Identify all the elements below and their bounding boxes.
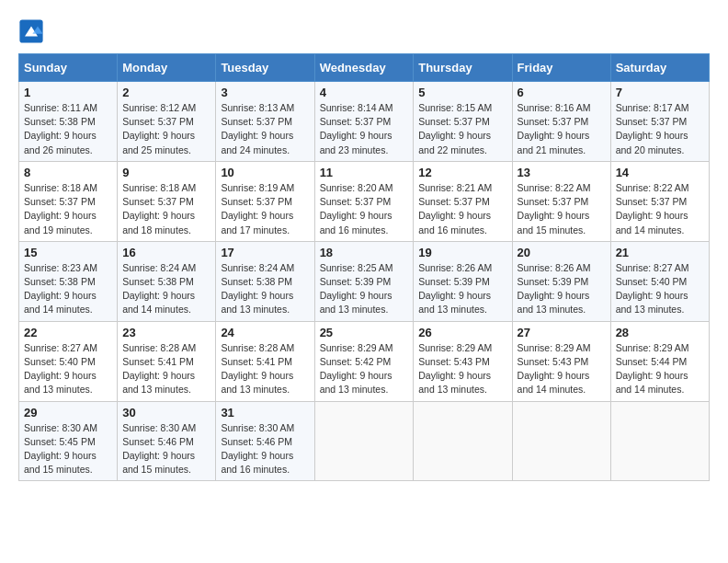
day-cell: 18 Sunrise: 8:25 AMSunset: 5:39 PMDaylig… <box>314 241 414 321</box>
day-info: Sunrise: 8:30 AMSunset: 5:45 PMDaylight:… <box>24 421 112 477</box>
day-number: 7 <box>616 86 704 99</box>
day-number: 2 <box>122 86 210 99</box>
col-header-saturday: Saturday <box>610 54 709 82</box>
day-cell: 7 Sunrise: 8:17 AMSunset: 5:37 PMDayligh… <box>610 82 709 162</box>
day-cell: 14 Sunrise: 8:22 AMSunset: 5:37 PMDaylig… <box>610 161 709 241</box>
day-info: Sunrise: 8:17 AMSunset: 5:37 PMDaylight:… <box>616 101 704 157</box>
day-cell: 12 Sunrise: 8:21 AMSunset: 5:37 PMDaylig… <box>414 161 512 241</box>
day-info: Sunrise: 8:29 AMSunset: 5:43 PMDaylight:… <box>418 341 506 397</box>
day-info: Sunrise: 8:29 AMSunset: 5:42 PMDaylight:… <box>320 341 409 397</box>
day-cell <box>512 401 610 481</box>
day-info: Sunrise: 8:22 AMSunset: 5:37 PMDaylight:… <box>616 181 704 237</box>
day-number: 9 <box>122 166 210 179</box>
day-cell: 15 Sunrise: 8:23 AMSunset: 5:38 PMDaylig… <box>19 241 118 321</box>
day-number: 29 <box>24 406 112 419</box>
day-info: Sunrise: 8:16 AMSunset: 5:37 PMDaylight:… <box>518 101 606 157</box>
day-info: Sunrise: 8:28 AMSunset: 5:41 PMDaylight:… <box>122 341 210 397</box>
logo <box>18 18 48 44</box>
day-cell: 21 Sunrise: 8:27 AMSunset: 5:40 PMDaylig… <box>610 241 709 321</box>
day-info: Sunrise: 8:26 AMSunset: 5:39 PMDaylight:… <box>418 261 506 317</box>
day-info: Sunrise: 8:18 AMSunset: 5:37 PMDaylight:… <box>24 181 112 237</box>
day-info: Sunrise: 8:21 AMSunset: 5:37 PMDaylight:… <box>418 181 506 237</box>
day-number: 1 <box>24 86 112 99</box>
calendar-table: SundayMondayTuesdayWednesdayThursdayFrid… <box>18 53 710 481</box>
col-header-thursday: Thursday <box>414 54 512 82</box>
day-number: 24 <box>221 326 309 339</box>
week-row-4: 22 Sunrise: 8:27 AMSunset: 5:40 PMDaylig… <box>19 321 710 401</box>
logo-icon <box>18 18 44 44</box>
day-info: Sunrise: 8:25 AMSunset: 5:39 PMDaylight:… <box>320 261 409 317</box>
day-number: 14 <box>616 166 704 179</box>
day-cell: 9 Sunrise: 8:18 AMSunset: 5:37 PMDayligh… <box>118 161 216 241</box>
day-cell <box>414 401 512 481</box>
day-info: Sunrise: 8:24 AMSunset: 5:38 PMDaylight:… <box>122 261 210 317</box>
day-cell <box>610 401 709 481</box>
day-info: Sunrise: 8:30 AMSunset: 5:46 PMDaylight:… <box>221 421 309 477</box>
day-cell: 5 Sunrise: 8:15 AMSunset: 5:37 PMDayligh… <box>414 82 512 162</box>
day-cell: 1 Sunrise: 8:11 AMSunset: 5:38 PMDayligh… <box>19 82 118 162</box>
day-number: 16 <box>122 246 210 259</box>
day-info: Sunrise: 8:11 AMSunset: 5:38 PMDaylight:… <box>24 101 112 157</box>
day-cell: 27 Sunrise: 8:29 AMSunset: 5:43 PMDaylig… <box>512 321 610 401</box>
page-header <box>18 18 710 44</box>
day-info: Sunrise: 8:14 AMSunset: 5:37 PMDaylight:… <box>320 101 409 157</box>
day-number: 4 <box>320 86 409 99</box>
day-cell: 8 Sunrise: 8:18 AMSunset: 5:37 PMDayligh… <box>19 161 118 241</box>
day-number: 12 <box>418 166 506 179</box>
col-header-monday: Monday <box>118 54 216 82</box>
day-info: Sunrise: 8:26 AMSunset: 5:39 PMDaylight:… <box>518 261 606 317</box>
day-info: Sunrise: 8:22 AMSunset: 5:37 PMDaylight:… <box>518 181 606 237</box>
day-info: Sunrise: 8:13 AMSunset: 5:37 PMDaylight:… <box>221 101 309 157</box>
day-cell: 28 Sunrise: 8:29 AMSunset: 5:44 PMDaylig… <box>610 321 709 401</box>
day-cell: 26 Sunrise: 8:29 AMSunset: 5:43 PMDaylig… <box>414 321 512 401</box>
day-cell: 22 Sunrise: 8:27 AMSunset: 5:40 PMDaylig… <box>19 321 118 401</box>
day-info: Sunrise: 8:24 AMSunset: 5:38 PMDaylight:… <box>221 261 309 317</box>
day-number: 15 <box>24 246 112 259</box>
day-number: 18 <box>320 246 409 259</box>
week-row-1: 1 Sunrise: 8:11 AMSunset: 5:38 PMDayligh… <box>19 82 710 162</box>
day-number: 31 <box>221 406 309 419</box>
day-cell: 20 Sunrise: 8:26 AMSunset: 5:39 PMDaylig… <box>512 241 610 321</box>
col-header-wednesday: Wednesday <box>314 54 414 82</box>
day-cell: 10 Sunrise: 8:19 AMSunset: 5:37 PMDaylig… <box>216 161 314 241</box>
day-number: 13 <box>518 166 606 179</box>
day-info: Sunrise: 8:30 AMSunset: 5:46 PMDaylight:… <box>122 421 210 477</box>
day-cell: 6 Sunrise: 8:16 AMSunset: 5:37 PMDayligh… <box>512 82 610 162</box>
week-row-2: 8 Sunrise: 8:18 AMSunset: 5:37 PMDayligh… <box>19 161 710 241</box>
day-cell: 11 Sunrise: 8:20 AMSunset: 5:37 PMDaylig… <box>314 161 414 241</box>
day-number: 10 <box>221 166 309 179</box>
day-info: Sunrise: 8:20 AMSunset: 5:37 PMDaylight:… <box>320 181 409 237</box>
day-info: Sunrise: 8:27 AMSunset: 5:40 PMDaylight:… <box>24 341 112 397</box>
day-number: 20 <box>518 246 606 259</box>
day-number: 22 <box>24 326 112 339</box>
day-info: Sunrise: 8:19 AMSunset: 5:37 PMDaylight:… <box>221 181 309 237</box>
day-number: 28 <box>616 326 704 339</box>
day-number: 11 <box>320 166 409 179</box>
day-info: Sunrise: 8:28 AMSunset: 5:41 PMDaylight:… <box>221 341 309 397</box>
day-number: 8 <box>24 166 112 179</box>
day-info: Sunrise: 8:15 AMSunset: 5:37 PMDaylight:… <box>418 101 506 157</box>
day-info: Sunrise: 8:23 AMSunset: 5:38 PMDaylight:… <box>24 261 112 317</box>
day-cell: 16 Sunrise: 8:24 AMSunset: 5:38 PMDaylig… <box>118 241 216 321</box>
day-info: Sunrise: 8:29 AMSunset: 5:44 PMDaylight:… <box>616 341 704 397</box>
day-cell: 24 Sunrise: 8:28 AMSunset: 5:41 PMDaylig… <box>216 321 314 401</box>
day-cell: 30 Sunrise: 8:30 AMSunset: 5:46 PMDaylig… <box>118 401 216 481</box>
day-cell: 17 Sunrise: 8:24 AMSunset: 5:38 PMDaylig… <box>216 241 314 321</box>
day-info: Sunrise: 8:12 AMSunset: 5:37 PMDaylight:… <box>122 101 210 157</box>
col-header-tuesday: Tuesday <box>216 54 314 82</box>
day-info: Sunrise: 8:29 AMSunset: 5:43 PMDaylight:… <box>518 341 606 397</box>
day-number: 21 <box>616 246 704 259</box>
day-number: 17 <box>221 246 309 259</box>
week-row-5: 29 Sunrise: 8:30 AMSunset: 5:45 PMDaylig… <box>19 401 710 481</box>
day-number: 6 <box>518 86 606 99</box>
col-header-friday: Friday <box>512 54 610 82</box>
day-cell: 2 Sunrise: 8:12 AMSunset: 5:37 PMDayligh… <box>118 82 216 162</box>
day-cell: 25 Sunrise: 8:29 AMSunset: 5:42 PMDaylig… <box>314 321 414 401</box>
day-cell: 3 Sunrise: 8:13 AMSunset: 5:37 PMDayligh… <box>216 82 314 162</box>
day-cell <box>314 401 414 481</box>
day-cell: 4 Sunrise: 8:14 AMSunset: 5:37 PMDayligh… <box>314 82 414 162</box>
day-info: Sunrise: 8:18 AMSunset: 5:37 PMDaylight:… <box>122 181 210 237</box>
day-number: 19 <box>418 246 506 259</box>
day-number: 23 <box>122 326 210 339</box>
day-info: Sunrise: 8:27 AMSunset: 5:40 PMDaylight:… <box>616 261 704 317</box>
